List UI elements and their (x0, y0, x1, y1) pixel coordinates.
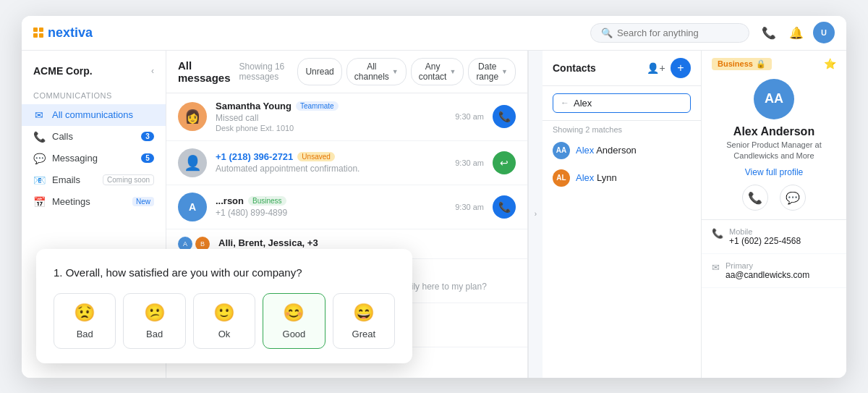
search-back-icon[interactable]: ← (561, 98, 569, 108)
survey-option-ok[interactable]: 🙂 Ok (193, 293, 255, 349)
survey-emoji: 🙂 (213, 303, 235, 323)
sidebar-item-meetings[interactable]: 📅 Meetings New (22, 191, 166, 213)
call-icon-button[interactable]: 📞 (758, 22, 780, 43)
profile-panel: Business 🔒 ⭐ AA Alex Anderson Senior Pro… (702, 51, 846, 378)
message-content: ...rson Business +1 (480) 899-4899 (216, 195, 446, 218)
survey-option-good[interactable]: 😊 Good (263, 293, 325, 349)
email-value: aa@candlewicks.com (726, 270, 809, 280)
survey-label: Good (283, 329, 306, 339)
search-bar[interactable]: 🔍 (590, 23, 749, 43)
filter-unread[interactable]: Unread (297, 58, 341, 85)
emails-icon: 📧 (33, 174, 45, 186)
sidebar-section-label: Communications (22, 88, 166, 104)
filter-channels[interactable]: All channels ▼ (346, 58, 407, 85)
message-sender: ...rson (216, 195, 244, 206)
avatar: 👤 (178, 148, 207, 177)
survey-option-bad2[interactable]: 😕 Bad (123, 293, 185, 349)
top-icons: 📞 🔔 U (758, 22, 835, 43)
search-input-box[interactable]: ← (553, 93, 691, 113)
survey-emoji: 😟 (74, 303, 95, 323)
survey-label: Great (352, 329, 376, 339)
profile-avatar-container: AA (702, 70, 846, 125)
call-action-button[interactable]: 📞 (493, 105, 516, 128)
message-item[interactable]: 👤 +1 (218) 396-2721 Unsaved Automated ap… (166, 141, 527, 185)
calls-icon: 📞 (33, 131, 45, 143)
contacts-panel: Contacts 👤+ + ← Showing 2 matches AA Ale… (542, 51, 702, 378)
avatar: AA (553, 142, 570, 159)
logo-area: nextiva (33, 25, 93, 41)
survey-option-bad1[interactable]: 😟 Bad (54, 293, 116, 349)
avatar: AL (553, 169, 570, 187)
contacts-actions: 👤+ + (646, 58, 691, 78)
user-avatar[interactable]: U (813, 22, 835, 43)
panel-expand-chevron[interactable]: › (528, 51, 542, 378)
avatar: A (178, 193, 207, 221)
message-text: +1 (480) 899-4899 (216, 208, 446, 218)
profile-call-button[interactable]: 📞 (742, 185, 768, 211)
profile-email: ✉ Primary aa@candlewicks.com (702, 254, 846, 288)
messages-header: All messages Showing 16 messages Unread … (166, 51, 527, 93)
company-chevron[interactable]: ‹ (151, 66, 154, 76)
contacts-search: ← (542, 86, 701, 121)
meetings-icon: 📅 (33, 196, 45, 208)
star-icon-button[interactable]: ⭐ (824, 58, 836, 69)
notification-icon-button[interactable]: 🔔 (786, 22, 807, 43)
app-container: nextiva 🔍 📞 🔔 U ACME Corp. ‹ Communicati… (22, 16, 846, 378)
profile-tags: Business 🔒 ⭐ (702, 51, 846, 70)
top-bar: nextiva 🔍 📞 🔔 U (22, 16, 846, 51)
filter-contact[interactable]: Any contact ▼ (411, 58, 464, 85)
message-content: Alli, Brent, Jessica, +3 (218, 237, 516, 250)
survey-label: Bad (77, 329, 93, 339)
add-contact-person-icon-button[interactable]: 👤+ (646, 58, 666, 78)
message-time: 9:30 am (455, 159, 484, 167)
sidebar-item-emails[interactable]: 📧 Emails Coming soon (22, 169, 166, 191)
message-content: +1 (218) 396-2721 Unsaved Automated appo… (216, 151, 446, 174)
filter-date[interactable]: Date range ▼ (468, 58, 516, 85)
profile-icon-actions: ⭐ (824, 58, 836, 69)
profile-message-button[interactable]: 💬 (780, 185, 806, 211)
view-full-profile-link[interactable]: View full profile (702, 167, 846, 185)
call-action-button[interactable]: 📞 (493, 195, 516, 219)
contacts-matches: Showing 2 matches (542, 121, 701, 137)
contact-name: Alex Lynn (576, 172, 617, 183)
sidebar-item-messaging[interactable]: 💬 Messaging 5 (22, 148, 166, 169)
sidebar-item-all-communications[interactable]: ✉ All communications (22, 104, 166, 126)
search-input[interactable] (617, 28, 739, 38)
add-contact-plus-button[interactable]: + (671, 58, 691, 78)
message-text: Missed callDesk phone Ext. 1010 (216, 113, 446, 133)
emails-tag: Coming soon (103, 174, 154, 185)
sidebar-item-calls[interactable]: 📞 Calls 3 (22, 126, 166, 148)
avatar: 👩 (178, 102, 207, 131)
message-item[interactable]: A ...rson Business +1 (480) 899-4899 9:3… (166, 185, 527, 229)
message-item[interactable]: 👩 Samantha Young Teammate Missed callDes… (166, 93, 527, 141)
survey-options: 😟 Bad 😕 Bad 🙂 Ok 😊 Good 😄 Great (54, 293, 395, 349)
sidebar-company: ACME Corp. ‹ (22, 59, 166, 83)
return-action-button[interactable]: ↩ (493, 151, 516, 174)
all-comm-icon: ✉ (33, 109, 45, 121)
survey-label: Ok (218, 329, 231, 339)
message-sender: Alli, Brent, Jessica, +3 (218, 237, 318, 248)
survey-label: Bad (146, 329, 163, 339)
sidebar-item-label: All communications (52, 109, 133, 120)
contacts-search-input[interactable] (574, 98, 683, 109)
mobile-value: +1 (602) 225-4568 (729, 236, 801, 246)
contact-result-item[interactable]: AA Alex Anderson (542, 137, 701, 164)
messages-title: All messages (178, 59, 231, 84)
contact-result-item[interactable]: AL Alex Lynn (542, 164, 701, 192)
contacts-title: Contacts (553, 62, 596, 74)
message-sender: +1 (218) 396-2721 (216, 151, 293, 162)
messages-filters: Unread All channels ▼ Any contact ▼ Date… (297, 58, 516, 85)
message-text: Automated appointment confirmation. (216, 164, 446, 174)
survey-option-great[interactable]: 😄 Great (333, 293, 395, 349)
sidebar-item-label: Messaging (52, 153, 98, 164)
company-name: ACME Corp. (33, 65, 93, 77)
profile-name: Alex Anderson (702, 125, 846, 140)
email-label: Primary (726, 261, 809, 270)
sidebar-item-label: Calls (52, 131, 73, 142)
profile-avatar: AA (754, 79, 794, 119)
survey-overlay: 1. Overall, how satisfied are you with o… (36, 249, 412, 363)
message-time: 9:30 am (455, 203, 484, 211)
message-tag: Teammate (296, 101, 339, 111)
contacts-header: Contacts 👤+ + (542, 51, 701, 86)
survey-emoji: 😊 (283, 303, 305, 323)
